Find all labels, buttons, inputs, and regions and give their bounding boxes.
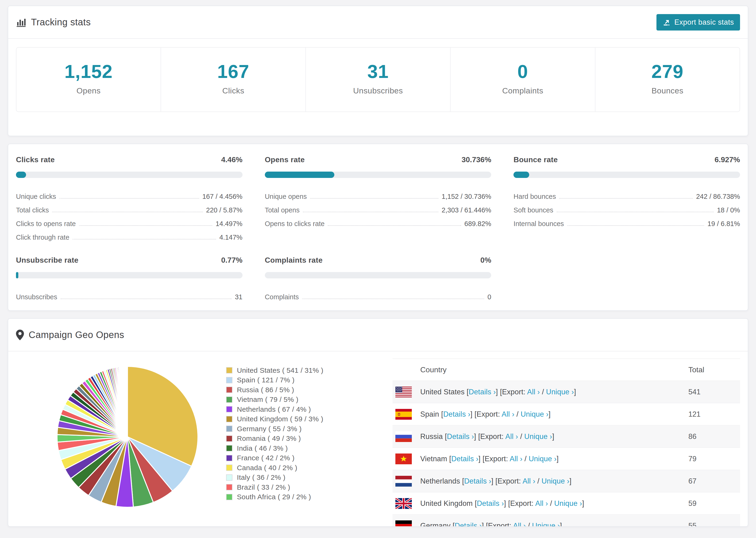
geo-content: United States ( 541 / 31% )Spain ( 121 /… (8, 351, 748, 527)
rate-title: Bounce rate (513, 155, 558, 164)
rate-title: Opens rate (265, 155, 305, 164)
rate-detail-row: Unique opens1,152 / 30.736% (265, 188, 491, 201)
detail-value: 220 / 5.87% (206, 206, 243, 215)
legend-swatch (226, 387, 233, 393)
rate-progress-track (16, 272, 243, 278)
detail-label: Unique clicks (16, 193, 56, 201)
legend-item-south-africa: South Africa ( 29 / 2% ) (226, 492, 323, 502)
rate-detail-row: Complaints0 (265, 288, 491, 302)
detail-value: 14.497% (216, 220, 243, 229)
dotted-leader (328, 225, 461, 226)
details-link[interactable]: Details › (451, 455, 478, 463)
rate-section-complaints-rate: Complaints rate0%Complaints0 (265, 256, 491, 302)
detail-value: 4.147% (219, 234, 242, 242)
rate-detail-row: Total opens2,303 / 61.446% (265, 201, 491, 215)
legend-swatch (226, 445, 233, 452)
stat-box-complaints: 0Complaints (451, 48, 595, 112)
es-flag-icon (395, 409, 412, 420)
detail-value: 0 (487, 293, 491, 302)
stat-box-unsubscribes: 31Unsubscribes (306, 48, 451, 112)
legend-label: France ( 42 / 2% ) (237, 454, 295, 462)
legend-label: India ( 46 / 3% ) (237, 444, 288, 452)
dotted-leader (310, 198, 438, 198)
country-column-header: Country (420, 365, 688, 374)
export-all-link[interactable]: All › (505, 432, 518, 441)
detail-label: Hard bounces (513, 193, 556, 201)
export-unique-link[interactable]: Unique › (546, 388, 574, 396)
export-unique-link[interactable]: Unique › (524, 432, 552, 441)
export-unique-link[interactable]: Unique › (554, 499, 582, 508)
country-cell: Vietnam [Details ›] [Export: All › / Uni… (420, 455, 688, 463)
details-link[interactable]: Details › (447, 432, 474, 441)
export-unique-link[interactable]: Unique › (541, 477, 569, 485)
export-all-link[interactable]: All › (523, 477, 535, 485)
rate-section-unsubscribe-rate: Unsubscribe rate0.77%Unsubscribes31 (16, 256, 243, 302)
geo-table-header: Country Total (393, 359, 740, 381)
export-unique-link[interactable]: Unique › (532, 521, 560, 527)
legend-item-netherlands: Netherlands ( 67 / 4% ) (226, 404, 323, 414)
geo-title: Campaign Geo Opens (28, 330, 124, 340)
rate-detail-row: Hard bounces242 / 86.738% (513, 188, 740, 201)
export-all-link[interactable]: All › (502, 410, 514, 418)
rate-detail-row: Unsubscribes31 (16, 288, 243, 302)
tracking-stats-card: Tracking stats Export basic stats 1,152O… (8, 6, 748, 136)
rate-section-bounce-rate: Bounce rate6.927%Hard bounces242 / 86.73… (513, 155, 740, 242)
export-all-link[interactable]: All › (527, 388, 540, 396)
total-cell: 79 (688, 455, 740, 463)
detail-value: 167 / 4.456% (202, 193, 243, 201)
legend-item-russia: Russia ( 86 / 5% ) (226, 385, 323, 395)
detail-label: Unique opens (265, 193, 307, 201)
detail-label: Clicks to opens rate (16, 220, 76, 229)
dotted-leader (73, 239, 216, 240)
legend-swatch (226, 464, 233, 471)
stat-value: 1,152 (17, 61, 161, 82)
country-cell: Germany [Details ›] [Export: All › / Uni… (420, 521, 688, 527)
stat-label: Bounces (595, 86, 739, 95)
total-cell: 67 (688, 477, 740, 485)
dotted-leader (557, 212, 714, 212)
geo-table: Country Total United States [Details ›] … (393, 358, 740, 527)
details-link[interactable]: Details › (455, 521, 482, 527)
rate-progress-track (265, 272, 491, 278)
rate-detail-row: Internal bounces19 / 6.81% (513, 215, 740, 229)
rate-value: 4.46% (221, 155, 243, 164)
dotted-leader (302, 298, 484, 299)
details-link[interactable]: Details › (477, 499, 504, 508)
rate-section-opens-rate: Opens rate30.736%Unique opens1,152 / 30.… (265, 155, 491, 242)
geo-table-row-united-states: United States [Details ›] [Export: All ›… (393, 381, 740, 403)
detail-label: Internal bounces (513, 220, 564, 229)
page-title: Tracking stats (31, 17, 91, 27)
export-all-link[interactable]: All › (535, 499, 548, 508)
details-link[interactable]: Details › (443, 410, 470, 418)
export-all-link[interactable]: All › (510, 455, 522, 463)
details-link[interactable]: Details › (464, 477, 491, 485)
legend-label: Vietnam ( 79 / 5% ) (237, 396, 298, 404)
rate-title: Unsubscribe rate (16, 256, 79, 265)
legend-swatch (226, 494, 233, 500)
rate-progress-fill (513, 172, 529, 178)
rate-progress-fill (16, 172, 26, 178)
details-link[interactable]: Details › (469, 388, 496, 396)
legend-item-vietnam: Vietnam ( 79 / 5% ) (226, 395, 323, 405)
export-unique-link[interactable]: Unique › (520, 410, 549, 418)
export-unique-link[interactable]: Unique › (529, 455, 557, 463)
bar-chart-icon (16, 17, 26, 27)
country-cell: United Kingdom [Details ›] [Export: All … (420, 499, 688, 508)
detail-label: Total clicks (16, 206, 49, 215)
nl-flag-icon (395, 476, 412, 487)
export-basic-stats-button[interactable]: Export basic stats (657, 14, 740, 30)
total-cell: 541 (688, 388, 740, 396)
legend-swatch (226, 484, 233, 490)
country-cell: Netherlands [Details ›] [Export: All › /… (420, 477, 688, 485)
detail-value: 242 / 86.738% (696, 193, 740, 201)
rate-progress-fill (16, 272, 18, 278)
detail-label: Click through rate (16, 234, 69, 242)
stat-box-clicks: 167Clicks (161, 48, 306, 112)
rate-detail-row: Opens to clicks rate689.82% (265, 215, 491, 229)
legend-label: United States ( 541 / 31% ) (237, 366, 323, 374)
rate-detail-row: Click through rate4.147% (16, 229, 243, 242)
rate-value: 0% (480, 256, 491, 265)
dotted-leader (559, 198, 693, 198)
export-all-link[interactable]: All › (513, 521, 526, 527)
pie-legend: United States ( 541 / 31% )Spain ( 121 /… (226, 365, 323, 527)
